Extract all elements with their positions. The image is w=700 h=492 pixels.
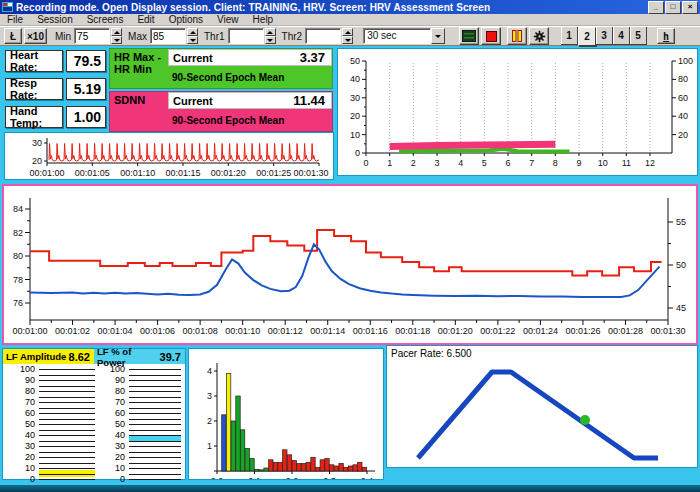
svg-text:00:01:06: 00:01:06 [140, 326, 175, 336]
interval-value: 30 sec [363, 28, 431, 44]
svg-text:00:01:00: 00:01:00 [29, 168, 64, 178]
svg-text:80: 80 [13, 251, 23, 261]
svg-text:30: 30 [350, 93, 360, 103]
max-spinner[interactable] [187, 28, 198, 44]
menu-bar: FileSessionScreensEditOptionsViewHelp [0, 14, 700, 26]
thr1-spinner[interactable] [265, 28, 276, 44]
screen-button-3[interactable]: 3 [596, 27, 613, 45]
interval-dropdown[interactable]: 30 sec [363, 28, 445, 44]
heart-rate-value-box: 79.5 [66, 50, 106, 72]
svg-text:4: 4 [458, 158, 463, 168]
svg-text:00:01:10: 00:01:10 [120, 168, 155, 178]
svg-text:00:01:28: 00:01:28 [608, 326, 643, 336]
svg-text:00:01:00: 00:01:00 [12, 326, 47, 336]
toolbar: Ł ×10 Min Max Thr1 Thr2 30 sec [0, 26, 700, 46]
stop-button[interactable] [481, 27, 501, 45]
pacer-panel: Pacer Rate: 6.500 [386, 345, 698, 468]
screen-button-2[interactable]: 2 [578, 27, 596, 46]
screen-button-group: 12345 [561, 27, 647, 46]
svg-text:40: 40 [350, 74, 360, 84]
heart-rate-label: Heart Rate: [6, 49, 62, 73]
svg-text:1: 1 [207, 441, 212, 451]
svg-text:76: 76 [13, 298, 23, 308]
svg-text:80: 80 [678, 74, 688, 84]
svg-text:00:01:30: 00:01:30 [650, 326, 685, 336]
svg-text:00:01:14: 00:01:14 [310, 326, 345, 336]
svg-text:00:01:25: 00:01:25 [256, 168, 291, 178]
svg-text:00:01:30: 00:01:30 [293, 168, 328, 178]
thr2-label: Thr2 [282, 31, 303, 42]
chevron-down-icon[interactable] [431, 28, 445, 44]
svg-text:11: 11 [622, 158, 631, 168]
min-label: Min [55, 31, 71, 42]
sdnn-name: SDNN [110, 92, 168, 131]
minimize-button[interactable]: _ [648, 1, 664, 14]
pulse-strip-chart: 203000:01:0000:01:0500:01:1000:01:1500:0… [4, 132, 334, 180]
menu-item-edit[interactable]: Edit [130, 14, 161, 26]
svg-text:78: 78 [13, 275, 23, 285]
maximize-button[interactable]: □ [665, 1, 681, 14]
menu-item-options[interactable]: Options [162, 14, 210, 26]
menu-item-session[interactable]: Session [30, 14, 80, 26]
lf-percent-header: LF % of Power 39.7 [94, 349, 185, 364]
svg-text:3: 3 [434, 158, 439, 168]
svg-text:0.3: 0.3 [323, 476, 336, 479]
pause-icon [511, 30, 523, 42]
resp-rate-label: Resp Rate: [6, 77, 62, 101]
svg-text:10: 10 [598, 158, 608, 168]
histogram-view-button[interactable]: h [657, 28, 675, 44]
app-icon [2, 2, 13, 12]
thr2-spinner[interactable] [342, 28, 353, 44]
svg-text:4: 4 [207, 366, 212, 376]
svg-text:20: 20 [32, 156, 42, 166]
svg-text:00:01:16: 00:01:16 [353, 326, 388, 336]
lf-amplitude-value: 8.62 [69, 351, 90, 363]
svg-text:00:01:20: 00:01:20 [211, 168, 246, 178]
menu-item-file[interactable]: File [0, 14, 30, 26]
svg-text:55: 55 [676, 217, 686, 227]
svg-text:2: 2 [411, 158, 416, 168]
menu-item-screens[interactable]: Screens [80, 14, 131, 26]
resp-rate-value: 5.19 [67, 81, 105, 97]
thr2-input[interactable] [305, 28, 341, 44]
x10-scale-button[interactable]: ×10 [24, 28, 47, 44]
svg-text:6: 6 [505, 158, 510, 168]
svg-text:40: 40 [678, 111, 688, 121]
svg-text:45: 45 [676, 303, 686, 313]
screen-button-5[interactable]: 5 [630, 27, 647, 45]
menu-item-view[interactable]: View [210, 14, 246, 26]
svg-text:82: 82 [13, 228, 23, 238]
title-bar: Recording mode. Open Display session. Cl… [0, 0, 700, 14]
thr1-input[interactable] [228, 28, 264, 44]
svg-text:0.0: 0.0 [211, 476, 224, 479]
svg-text:00:01:10: 00:01:10 [225, 326, 260, 336]
min-spinner[interactable] [111, 28, 122, 44]
svg-text:0: 0 [355, 148, 360, 158]
heart-rate-value: 79.5 [67, 53, 105, 69]
lf-percent-value: 39.7 [160, 351, 181, 363]
svg-text:20: 20 [678, 130, 688, 140]
settings-button[interactable] [529, 27, 549, 45]
pause-button[interactable] [507, 27, 527, 45]
svg-text:3: 3 [207, 391, 212, 401]
sdnn-epoch-box: SDNN Current 11.44 90-Second Epoch Mean [109, 91, 333, 132]
svg-text:00:01:05: 00:01:05 [75, 168, 110, 178]
menu-item-help[interactable]: Help [246, 14, 281, 26]
record-display-icon [462, 30, 476, 42]
close-button[interactable]: × [682, 1, 698, 14]
screen-button-4[interactable]: 4 [613, 27, 630, 45]
settings-gear-icon [533, 30, 546, 43]
svg-text:0.2: 0.2 [286, 476, 299, 479]
hand-temp-label: Hand Temp: [6, 105, 62, 129]
resp-rate-label-box: Resp Rate: [5, 78, 63, 100]
screen-button-1[interactable]: 1 [561, 27, 578, 45]
sdnn-current-label: Current [169, 95, 213, 107]
line-style-button[interactable]: Ł [4, 28, 22, 44]
svg-text:00:01:12: 00:01:12 [268, 326, 303, 336]
svg-text:00:01:15: 00:01:15 [165, 168, 200, 178]
record-display-button[interactable] [459, 27, 479, 45]
min-input[interactable] [74, 28, 110, 44]
max-input[interactable] [150, 28, 186, 44]
hand-temp-value-box: 1.00 [66, 106, 106, 128]
spectrum-histogram: 12340.00.10.20.30.4 [188, 348, 384, 480]
